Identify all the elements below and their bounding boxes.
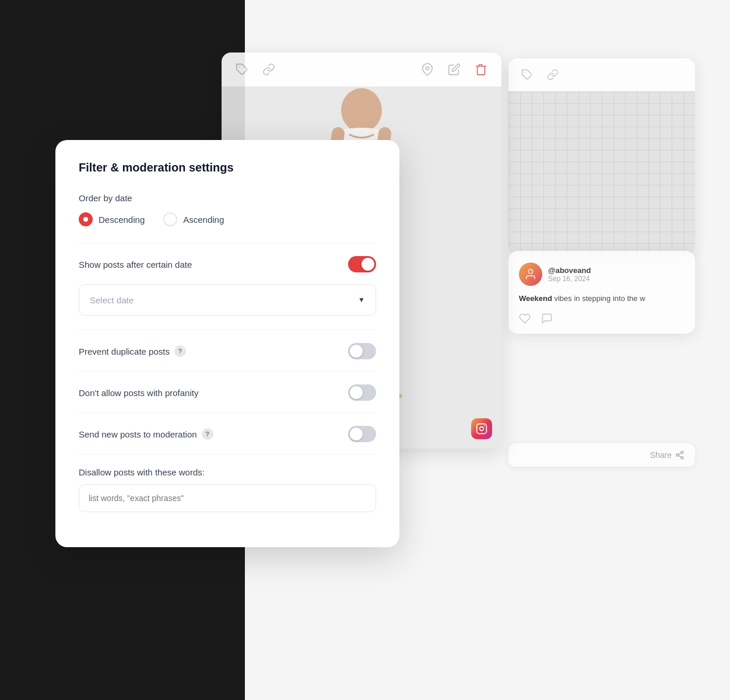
divider-2 bbox=[79, 330, 376, 330]
share-label: Share bbox=[650, 450, 672, 460]
social-card-header: @aboveand Sep 16, 2024 bbox=[519, 262, 685, 286]
date-select[interactable]: Select date ▼ bbox=[79, 284, 376, 316]
disallow-words-input[interactable] bbox=[79, 484, 376, 512]
card-social: @aboveand Sep 16, 2024 Weekend vibes in … bbox=[508, 251, 695, 334]
trash-icon-center[interactable] bbox=[472, 61, 490, 78]
comment-action[interactable] bbox=[541, 313, 553, 324]
heart-action[interactable] bbox=[519, 313, 531, 324]
pin-icon-center[interactable] bbox=[419, 61, 436, 78]
share-button[interactable]: Share bbox=[650, 450, 685, 460]
radio-descending-circle bbox=[79, 212, 93, 226]
edit-icon-center[interactable] bbox=[445, 61, 463, 78]
link-icon-right[interactable] bbox=[545, 66, 561, 83]
svg-line-17 bbox=[679, 456, 682, 457]
card-right-toolbar bbox=[508, 58, 695, 92]
order-by-date-section: Order by date Descending Ascending bbox=[79, 193, 376, 226]
divider-3 bbox=[79, 371, 376, 372]
show-posts-toggle-knob bbox=[362, 258, 374, 271]
card-behind-right bbox=[508, 58, 695, 255]
divider-4 bbox=[79, 412, 376, 413]
prevent-duplicate-row: Prevent duplicate posts ? bbox=[79, 343, 376, 359]
disallow-words-section: Disallow posts with these words: bbox=[79, 467, 376, 512]
card-share-row: Share bbox=[508, 443, 695, 467]
svg-point-13 bbox=[528, 270, 532, 274]
grid-image bbox=[508, 92, 695, 255]
social-username: @aboveand bbox=[548, 266, 591, 275]
prevent-duplicate-label: Prevent duplicate posts ? bbox=[79, 345, 186, 357]
card-center-toolbar bbox=[222, 52, 501, 87]
social-date: Sep 16, 2024 bbox=[548, 275, 591, 283]
divider-1 bbox=[79, 243, 376, 243]
send-moderation-row: Send new posts to moderation ? bbox=[79, 426, 376, 442]
order-by-date-label: Order by date bbox=[79, 193, 376, 203]
send-moderation-toggle[interactable] bbox=[348, 426, 376, 442]
radio-descending-label: Descending bbox=[99, 215, 145, 225]
social-text: Weekend vibes in stepping into the w bbox=[519, 293, 685, 304]
radio-ascending-circle bbox=[163, 212, 177, 226]
divider-5 bbox=[79, 454, 376, 454]
radio-ascending[interactable]: Ascending bbox=[163, 212, 224, 226]
prevent-duplicate-help[interactable]: ? bbox=[174, 345, 186, 357]
social-meta: @aboveand Sep 16, 2024 bbox=[548, 266, 591, 283]
no-profanity-toggle[interactable] bbox=[348, 384, 376, 401]
send-moderation-help[interactable]: ? bbox=[202, 428, 213, 440]
radio-descending[interactable]: Descending bbox=[79, 212, 145, 226]
filter-modal: Filter & moderation settings Order by da… bbox=[55, 140, 399, 547]
radio-group-order: Descending Ascending bbox=[79, 212, 376, 226]
svg-point-2 bbox=[426, 66, 429, 70]
tag-icon-right[interactable] bbox=[519, 66, 535, 83]
radio-ascending-label: Ascending bbox=[183, 215, 224, 225]
date-select-arrow: ▼ bbox=[358, 296, 365, 304]
disallow-words-label: Disallow posts with these words: bbox=[79, 467, 376, 477]
filter-title: Filter & moderation settings bbox=[79, 161, 376, 174]
social-avatar bbox=[519, 262, 542, 286]
send-moderation-knob bbox=[350, 428, 363, 440]
svg-rect-11 bbox=[477, 424, 487, 434]
no-profanity-label: Don't allow posts with profanity bbox=[79, 388, 198, 398]
svg-line-18 bbox=[679, 453, 682, 454]
no-profanity-knob bbox=[350, 386, 363, 399]
prevent-duplicate-knob bbox=[350, 345, 363, 358]
show-posts-toggle[interactable] bbox=[348, 256, 376, 272]
card-right-image bbox=[508, 92, 695, 255]
show-posts-label: Show posts after certain date bbox=[79, 260, 192, 270]
prevent-duplicate-toggle[interactable] bbox=[348, 343, 376, 359]
instagram-badge bbox=[471, 418, 492, 439]
send-moderation-label: Send new posts to moderation ? bbox=[79, 428, 213, 440]
tag-icon-center[interactable] bbox=[233, 61, 251, 78]
link-icon-center[interactable] bbox=[260, 61, 278, 78]
date-select-placeholder: Select date bbox=[90, 295, 134, 305]
svg-point-3 bbox=[341, 88, 382, 132]
show-posts-toggle-row: Show posts after certain date bbox=[79, 256, 376, 272]
no-profanity-row: Don't allow posts with profanity bbox=[79, 384, 376, 401]
social-actions bbox=[519, 313, 685, 324]
